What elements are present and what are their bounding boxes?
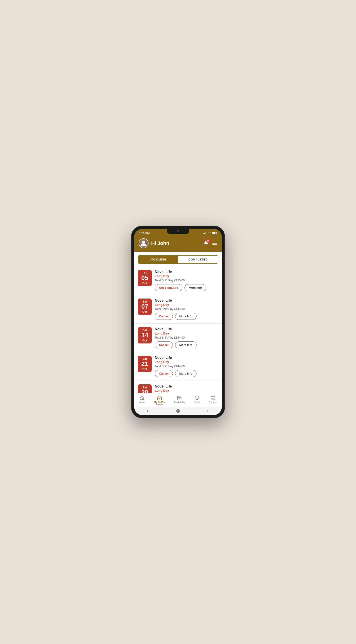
svg-rect-3 [206, 232, 206, 234]
get-signature-button[interactable]: Get Signature [155, 284, 182, 291]
date-badge: Sat 07 Oct [138, 298, 152, 315]
shift-pay: Total Shift Pay £144.00 [155, 307, 218, 310]
nav-label-clock: Clock [194, 401, 200, 404]
shift-type: Long Day [155, 303, 218, 306]
month-name: Oct [142, 339, 147, 342]
shift-details: Novel Life Long Day Total Shift Pay £120… [155, 270, 218, 291]
menu-line-2 [212, 243, 217, 244]
month-name: Oct [142, 368, 147, 371]
shift-actions: Get Signature More Info [155, 284, 218, 291]
android-back-btn[interactable] [205, 409, 209, 413]
svg-point-20 [177, 410, 179, 412]
notification-badge: 19 [206, 239, 210, 243]
company-name: Novel Life [155, 270, 218, 274]
shift-item: Sat 07 Oct Novel Life Long Day Total Shi… [134, 295, 222, 324]
date-badge: Sat 28 Oct [138, 384, 152, 393]
nav-item-my-shifts[interactable]: My Shifts [152, 395, 167, 406]
shift-list: Thu 05 Oct Novel Life Long Day Total Shi… [134, 266, 222, 393]
svg-rect-19 [148, 410, 150, 412]
day-number: 14 [141, 332, 148, 339]
android-square-btn[interactable] [147, 409, 151, 413]
home-icon [139, 395, 144, 400]
avatar [139, 238, 149, 248]
day-name: Thu [142, 271, 147, 274]
shift-actions: Cancel More Info [155, 370, 218, 377]
nav-label-support: Support [209, 401, 217, 404]
svg-rect-1 [204, 233, 204, 234]
shift-pay: Total Shift Pay £144.00 [155, 336, 218, 339]
shift-pay: Total Shift Pay £144.00 [155, 364, 218, 368]
more-info-button[interactable]: More Info [175, 342, 197, 348]
tab-bar: UPCOMING COMPLETED [138, 255, 218, 264]
day-name: Sat [143, 357, 147, 360]
briefcase-icon [157, 395, 162, 400]
battery-icon [212, 232, 217, 234]
nav-item-clock[interactable]: Clock [192, 395, 202, 406]
day-name: Sat [143, 300, 147, 303]
shift-type: Long Day [155, 389, 218, 392]
status-icons [203, 232, 217, 234]
phone-notch [167, 229, 189, 234]
date-badge: Thu 05 Oct [138, 270, 152, 286]
clock-icon [194, 395, 199, 400]
cancel-button[interactable]: Cancel [155, 370, 173, 377]
wifi-icon [208, 232, 211, 234]
hamburger-menu[interactable] [212, 242, 217, 245]
more-info-button[interactable]: More Info [175, 370, 197, 377]
app-header: Hi John 19 [134, 236, 222, 252]
android-home-btn[interactable] [176, 409, 180, 413]
shift-details: Novel Life Long Day [155, 384, 218, 393]
tab-upcoming[interactable]: UPCOMING [138, 256, 178, 264]
more-info-button[interactable]: More Info [175, 313, 197, 320]
nav-item-availability[interactable]: Availability [171, 395, 187, 406]
date-badge: Sat 14 Oct [138, 327, 152, 344]
more-info-button[interactable]: More Info [184, 284, 206, 291]
android-nav-bar [134, 407, 222, 415]
month-name: Oct [142, 282, 147, 285]
svg-point-7 [142, 240, 145, 244]
svg-point-21 [177, 410, 179, 412]
calendar-check-icon [177, 395, 182, 400]
svg-rect-11 [178, 396, 181, 400]
nav-label-home: Home [139, 401, 145, 404]
header-right: 19 [203, 240, 217, 246]
svg-point-18 [213, 399, 213, 400]
cancel-button[interactable]: Cancel [155, 313, 173, 320]
header-greeting: Hi John [151, 240, 169, 246]
day-number: 21 [141, 360, 148, 368]
camera [177, 230, 179, 232]
shift-type: Long Day [155, 332, 218, 335]
chat-icon [211, 395, 215, 400]
shift-details: Novel Life Long Day Total Shift Pay £144… [155, 356, 218, 377]
nav-item-support[interactable]: Support [207, 395, 220, 406]
company-name: Novel Life [155, 356, 218, 360]
day-name: Sat [143, 386, 147, 389]
day-number: 07 [141, 303, 148, 310]
date-badge: Sat 21 Oct [138, 356, 152, 372]
shift-type: Long Day [155, 360, 218, 364]
month-name: Oct [142, 310, 147, 314]
svg-rect-6 [217, 232, 217, 234]
shift-actions: Cancel More Info [155, 313, 218, 320]
nav-label-my-shifts: My Shifts [154, 401, 165, 404]
shift-item: Thu 05 Oct Novel Life Long Day Total Shi… [134, 266, 222, 295]
cancel-button[interactable]: Cancel [155, 342, 173, 348]
shift-item: Sat 28 Oct Novel Life Long Day [134, 381, 222, 393]
header-left: Hi John [139, 238, 169, 248]
signal-icon [203, 232, 207, 234]
shift-item: Sat 14 Oct Novel Life Long Day Total Shi… [134, 324, 222, 352]
day-number: 05 [141, 274, 148, 282]
svg-rect-5 [213, 232, 215, 234]
avatar-image [139, 239, 148, 248]
nav-active-indicator [156, 404, 163, 405]
company-name: Novel Life [155, 384, 218, 388]
menu-line-3 [212, 244, 217, 245]
svg-rect-2 [205, 232, 205, 234]
tab-completed[interactable]: COMPLETED [178, 256, 218, 264]
shift-item: Sat 21 Oct Novel Life Long Day Total Shi… [134, 352, 222, 381]
phone-screen: 8:10 PM [134, 229, 222, 415]
day-number: 28 [141, 389, 148, 393]
nav-item-home[interactable]: Home [137, 395, 147, 406]
notification-bell[interactable]: 19 [203, 240, 209, 246]
nav-label-availability: Availability [174, 401, 185, 404]
